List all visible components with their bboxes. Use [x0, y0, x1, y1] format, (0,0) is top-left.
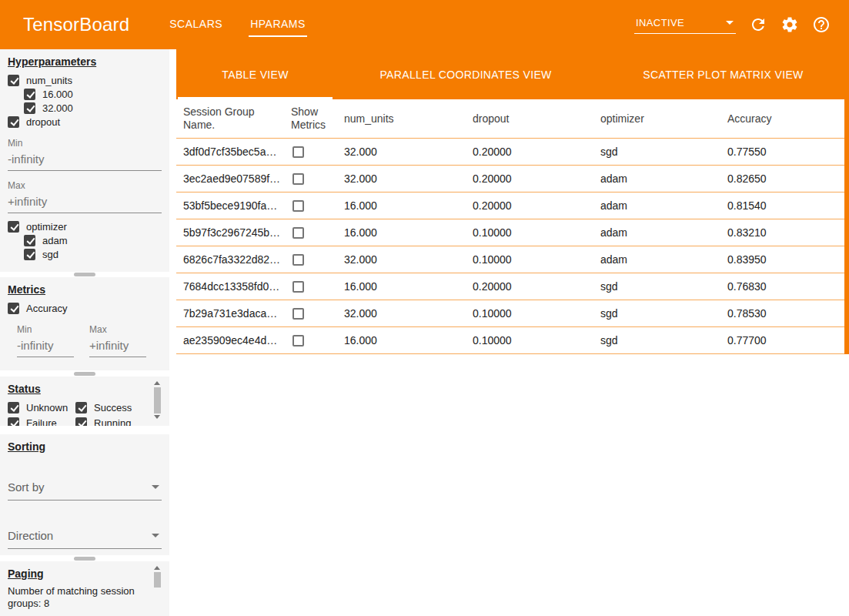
- direction-value: Direction: [8, 529, 53, 542]
- checkbox-checked-icon[interactable]: [24, 102, 35, 114]
- show-metrics-checkbox[interactable]: [292, 335, 304, 346]
- num-units-value: 16.000: [344, 334, 473, 346]
- scrollbar-thumb[interactable]: [154, 572, 161, 588]
- table-row: 7b29a731e3daca… 32.000 0.10000 sgd 0.785…: [176, 300, 849, 327]
- status-unknown[interactable]: Unknown: [8, 400, 75, 414]
- dropout-value: 0.10000: [473, 334, 600, 346]
- dropout-max-input[interactable]: [8, 191, 162, 213]
- top-nav-tabs: SCALARS HPARAMS: [155, 0, 319, 49]
- checkbox-checked-icon[interactable]: [24, 249, 35, 260]
- help-icon[interactable]: [812, 15, 831, 34]
- tab-hparams[interactable]: HPARAMS: [236, 0, 319, 49]
- hparam-optimizer-value-adam[interactable]: adam: [24, 233, 162, 247]
- show-metrics-checkbox[interactable]: [292, 227, 304, 239]
- session-groups-table: Session Group Name. Show Metrics num_uni…: [176, 99, 849, 354]
- dropout-value: 0.20000: [473, 199, 600, 212]
- scrollbar-thumb[interactable]: [154, 387, 161, 413]
- paging-scrollbar[interactable]: [153, 566, 161, 601]
- header-dropout: dropout: [473, 112, 600, 126]
- status-scrollbar[interactable]: [153, 381, 161, 424]
- tab-parallel-coordinates-view[interactable]: PARALLEL COORDINATES VIEW: [334, 49, 597, 99]
- accuracy-value: 0.83950: [727, 253, 841, 266]
- checkbox-checked-icon[interactable]: [24, 235, 35, 246]
- hparam-optimizer[interactable]: optimizer: [8, 219, 162, 233]
- metric-min-input[interactable]: [17, 335, 74, 357]
- status-success[interactable]: Success: [75, 400, 146, 414]
- tab-table-view[interactable]: TABLE VIEW: [176, 49, 334, 99]
- optimizer-value: sgd: [600, 146, 727, 158]
- show-metrics-checkbox[interactable]: [292, 281, 304, 293]
- checkbox-checked-icon[interactable]: [8, 75, 19, 86]
- table-header-row: Session Group Name. Show Metrics num_uni…: [176, 99, 849, 139]
- accuracy-value: 0.78530: [727, 307, 841, 320]
- sorting-heading: Sorting: [8, 440, 162, 453]
- num-units-value: 16.000: [344, 226, 473, 239]
- show-metrics-checkbox[interactable]: [292, 254, 304, 266]
- scroll-down-icon[interactable]: [154, 415, 160, 419]
- checkbox-checked-icon[interactable]: [8, 402, 19, 413]
- refresh-icon[interactable]: [749, 15, 767, 34]
- tab-scalars-label: SCALARS: [168, 12, 224, 37]
- section-divider: [0, 272, 169, 278]
- status-failure[interactable]: Failure: [8, 416, 75, 426]
- metric-minmax-filter: Min Max: [17, 315, 162, 357]
- scroll-up-icon[interactable]: [154, 566, 160, 570]
- metric-min-label: Min: [17, 324, 74, 335]
- page-body: Hyperparameters num_units 16.000 32.000 …: [0, 49, 849, 616]
- session-group-name: 3ec2aed9e07589f…: [183, 172, 291, 185]
- scroll-up-icon[interactable]: [154, 381, 160, 385]
- paging-section: Paging Number of matching session groups…: [0, 561, 169, 616]
- show-metrics-checkbox[interactable]: [292, 200, 304, 212]
- hyperparameters-heading: Hyperparameters: [8, 55, 162, 68]
- chevron-down-icon: [152, 485, 159, 489]
- resize-handle[interactable]: [74, 372, 95, 376]
- checkbox-checked-icon[interactable]: [8, 221, 19, 233]
- tab-scalars[interactable]: SCALARS: [155, 0, 236, 49]
- num-units-value: 32.000: [344, 307, 473, 320]
- hparam-num-units[interactable]: num_units: [8, 73, 162, 87]
- section-divider: [0, 426, 169, 434]
- session-group-name: 3df0d7cf35bec5a…: [183, 146, 291, 158]
- sort-by-select[interactable]: Sort by: [8, 477, 162, 500]
- metrics-section: Metrics Accuracy Min Max: [0, 277, 169, 370]
- show-metrics-checkbox[interactable]: [292, 308, 304, 320]
- checkbox-checked-icon[interactable]: [24, 89, 35, 100]
- status-section: Status Unknown Success Failure Running: [0, 377, 169, 426]
- checkbox-checked-icon[interactable]: [75, 402, 87, 413]
- reload-interval-select[interactable]: INACTIVE: [634, 15, 736, 34]
- direction-select[interactable]: Direction: [8, 526, 162, 549]
- hparam-num-units-value-32[interactable]: 32.000: [24, 101, 162, 115]
- resize-handle[interactable]: [74, 273, 95, 276]
- table-row: 7684dcc13358fd0… 16.000 0.20000 sgd 0.76…: [176, 273, 849, 300]
- sort-by-value: Sort by: [8, 480, 45, 494]
- status-running[interactable]: Running: [75, 416, 146, 426]
- status-options: Unknown Success Failure Running: [8, 400, 146, 426]
- value-label: 32.000: [42, 102, 73, 114]
- resize-handle[interactable]: [74, 557, 95, 561]
- table-row: 3ec2aed9e07589f… 32.000 0.20000 adam 0.8…: [176, 166, 849, 192]
- hparam-num-units-value-16[interactable]: 16.000: [24, 87, 162, 101]
- session-group-name: 53bf5bece9190fa…: [183, 199, 291, 212]
- dropout-min-input[interactable]: [8, 149, 162, 171]
- table-right-scrollbar[interactable]: [844, 99, 849, 354]
- show-metrics-checkbox[interactable]: [292, 146, 304, 158]
- checkbox-checked-icon[interactable]: [8, 417, 19, 426]
- checkbox-checked-icon[interactable]: [8, 116, 19, 128]
- tab-scatter-plot-matrix-view[interactable]: SCATTER PLOT MATRIX VIEW: [597, 49, 849, 99]
- checkbox-checked-icon[interactable]: [75, 417, 87, 426]
- header-session-group-name: Session Group Name.: [183, 105, 291, 132]
- checkbox-checked-icon[interactable]: [8, 303, 19, 314]
- metric-accuracy[interactable]: Accuracy: [8, 301, 162, 315]
- num-units-value: 16.000: [344, 199, 473, 212]
- paging-heading: Paging: [8, 567, 162, 580]
- dropout-value: 0.10000: [473, 253, 600, 266]
- dropout-min-label: Min: [8, 138, 162, 149]
- session-group-name: 5b97f3c2967245b…: [183, 226, 291, 239]
- optimizer-value: adam: [600, 172, 727, 185]
- hparam-optimizer-value-sgd[interactable]: sgd: [24, 247, 162, 261]
- metric-max-input[interactable]: [89, 335, 146, 357]
- show-metrics-checkbox[interactable]: [292, 173, 304, 185]
- hparam-dropout-label: dropout: [26, 116, 60, 128]
- hparam-dropout[interactable]: dropout: [8, 115, 162, 129]
- gear-icon[interactable]: [780, 15, 799, 34]
